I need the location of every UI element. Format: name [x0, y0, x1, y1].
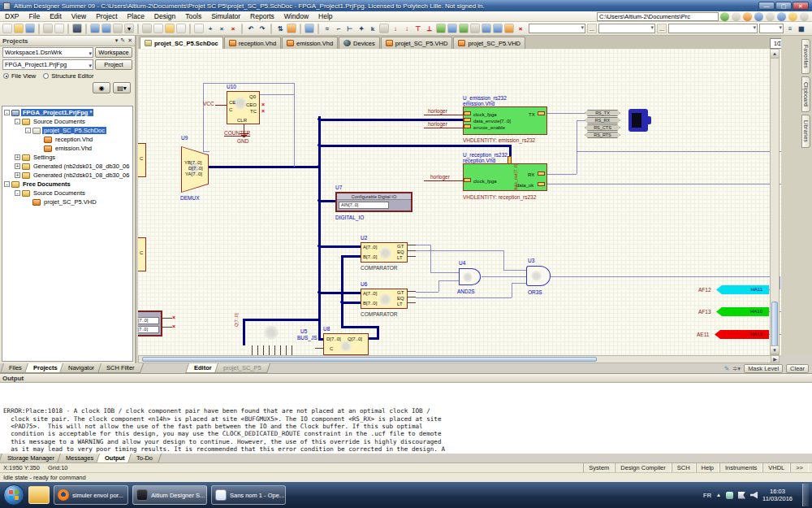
schematic-canvas[interactable]: U10 CE C Q0 CEO TC CLR VCC COUNTER GND ×… — [138, 49, 784, 355]
document-tab[interactable]: projet_SC_P5.SchDoc — [140, 37, 223, 49]
tree-item[interactable]: + Generated (nb2dsk01_08_db30_06 — [2, 171, 132, 180]
scroll-up-arrow[interactable]: ▲ — [771, 50, 779, 59]
select-rect-icon[interactable] — [194, 24, 204, 33]
tree-expander[interactable] — [37, 137, 42, 142]
flag-icon[interactable] — [738, 492, 745, 499]
taskbar-app[interactable]: Altium Designer S... — [132, 485, 207, 505]
menu-item[interactable]: Reports — [245, 11, 279, 22]
port-rs-rx[interactable]: RS_RX — [585, 117, 620, 124]
mask-level-button[interactable]: Mask Level — [744, 364, 783, 373]
find-icon[interactable] — [304, 24, 314, 33]
menu-item[interactable]: File — [24, 11, 45, 22]
sheet2-icon[interactable] — [470, 24, 480, 33]
menu-item[interactable]: DXP — [0, 11, 24, 22]
reception-block[interactable] — [463, 163, 547, 191]
down-icon[interactable] — [777, 12, 786, 21]
grid-icon[interactable] — [800, 12, 809, 21]
tree-item[interactable]: + Settings — [2, 153, 132, 162]
status-button[interactable]: SCH — [672, 463, 696, 472]
status-button[interactable]: System — [583, 463, 615, 472]
tree-expander[interactable] — [37, 145, 42, 151]
tree-expander[interactable] — [25, 199, 31, 205]
tree-expander[interactable]: - — [25, 128, 31, 133]
target-combo[interactable] — [668, 24, 758, 33]
right-panel-tab[interactable]: Clipboard — [801, 76, 810, 112]
horizontal-scrollbar[interactable]: ▶ — [138, 355, 780, 363]
variant-combo[interactable] — [529, 24, 585, 33]
delete-icon[interactable]: × — [516, 24, 525, 33]
tree-item[interactable]: - Free Documents — [2, 180, 132, 189]
forward-icon[interactable] — [732, 12, 741, 21]
volume-icon[interactable] — [750, 492, 758, 499]
scroll-right-arrow[interactable]: ▶ — [771, 356, 779, 363]
save-icon[interactable] — [25, 24, 35, 33]
port-rs-cts[interactable]: RS_CTS — [585, 124, 620, 131]
scroll-thumb[interactable] — [142, 357, 597, 362]
redo-icon[interactable]: ↷ — [257, 24, 267, 33]
blue-block-icon[interactable] — [447, 24, 457, 33]
paste-icon[interactable] — [165, 24, 175, 33]
panel-menu-icon[interactable]: ▾ — [115, 37, 119, 44]
sort-icon[interactable]: ⇅ — [275, 24, 285, 33]
clipboard-icon[interactable] — [176, 24, 186, 33]
vertical-scrollbar[interactable]: ▲ ▼ — [770, 49, 780, 355]
document-tab[interactable]: emission.Vhd — [282, 37, 338, 49]
entry-icon[interactable] — [482, 24, 491, 33]
tray-expand-icon[interactable]: ▲ — [716, 493, 721, 497]
tree-item[interactable]: - FPGA_Project1.PrjFpg * — [2, 108, 132, 117]
taskbar-app[interactable]: simuler envoi por... — [54, 485, 128, 505]
sep[interactable] — [85, 24, 87, 34]
right-panel-tab[interactable]: Favorites — [801, 39, 810, 74]
u4-and-gate[interactable] — [459, 268, 481, 285]
tree-expander[interactable]: + — [15, 172, 20, 178]
db9-connector[interactable] — [628, 109, 648, 132]
browse-icon[interactable] — [72, 24, 82, 33]
menu-item[interactable]: Help — [313, 11, 337, 22]
language-indicator[interactable]: FR — [703, 492, 711, 499]
cyan-block-icon[interactable] — [459, 24, 469, 33]
new-icon[interactable] — [2, 24, 12, 33]
u7-digital-io[interactable]: Configurable Digital IO AIN[7..0] — [335, 192, 412, 212]
u3-or-gate[interactable] — [526, 266, 551, 286]
panel-tab[interactable]: SCH Filter — [97, 363, 143, 373]
address-box[interactable]: C:\Users\Altium-2\Documents\Prc — [597, 12, 719, 21]
arrow-down2-icon[interactable]: ↓ — [402, 24, 412, 33]
status-button[interactable]: Help — [696, 463, 719, 472]
vcc-icon[interactable]: ⊤ — [413, 24, 423, 33]
clear-button[interactable]: Clear — [786, 364, 809, 373]
sep[interactable] — [270, 24, 272, 34]
move-icon[interactable]: + — [205, 24, 215, 33]
deselect-icon[interactable]: × — [217, 24, 227, 33]
tree-expander[interactable]: - — [4, 110, 10, 115]
zoom-window-icon[interactable] — [90, 24, 100, 33]
part-icon[interactable]: ✦ — [356, 24, 366, 33]
zoom-out-icon[interactable]: ▾ — [124, 24, 134, 33]
menu-item[interactable]: Design — [149, 11, 180, 22]
taskbar-app[interactable]: Sans nom 1 - Ope... — [211, 485, 286, 505]
status-button[interactable]: >> — [790, 463, 809, 472]
structure-editor-radio[interactable] — [43, 73, 49, 79]
panel-pin-icon[interactable]: ✎ — [120, 37, 125, 44]
taskbar-clock[interactable]: 16:03 11/03/2016 — [762, 488, 797, 503]
output-panel[interactable]: ERROR:Place:1018 - A clock IOB / clock c… — [0, 383, 812, 453]
tree-item[interactable]: reception.Vhd — [2, 135, 132, 144]
up-icon[interactable] — [743, 12, 752, 21]
undo-icon[interactable]: ↶ — [246, 24, 256, 33]
port-rs-tx[interactable]: RS_TX — [585, 110, 620, 116]
pin-icon[interactable] — [788, 12, 797, 21]
tree-expander[interactable]: + — [15, 163, 20, 169]
tree-expander[interactable]: - — [15, 119, 20, 124]
tree-item[interactable]: - projet_SC_P5.SchDoc — [2, 126, 132, 135]
workspace-combo[interactable]: Workspace1.DsnWrk — [2, 47, 93, 58]
port-rs-rts[interactable]: RS_RTS — [585, 132, 620, 138]
sep[interactable] — [300, 24, 301, 34]
gnd-icon[interactable]: ⊥ — [425, 24, 434, 33]
grid-view-icon[interactable]: ▦ — [797, 24, 806, 33]
navigator-button[interactable]: ◉ — [93, 82, 110, 93]
sep[interactable] — [189, 24, 191, 34]
status-button[interactable]: Design Compiler — [615, 463, 671, 472]
project-combo[interactable]: FPGA_Project1.PrjFpg — [2, 59, 93, 70]
close-button[interactable]: ✕ — [793, 2, 809, 10]
wire-icon[interactable]: ≈ — [322, 24, 332, 33]
lightning-icon[interactable] — [287, 24, 296, 33]
